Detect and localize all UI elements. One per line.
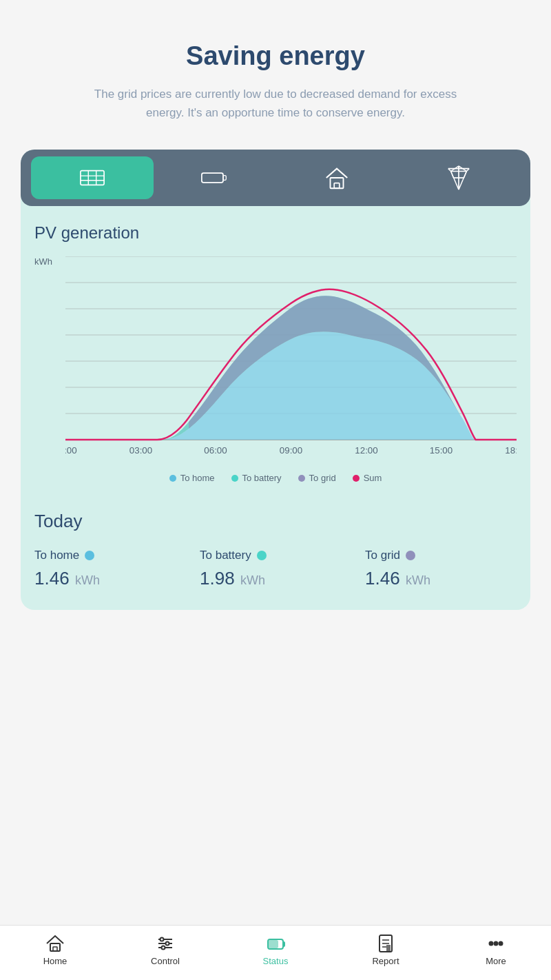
svg-text:00:00: 00:00 (65, 446, 77, 456)
svg-point-61 (490, 942, 493, 946)
nav-control-label: Control (151, 956, 180, 966)
svg-rect-8 (334, 183, 340, 189)
legend-dot-battery (231, 475, 238, 482)
grid-tower-icon (446, 165, 472, 191)
page-title: Saving energy (21, 41, 530, 71)
nav-control[interactable]: Control (110, 934, 220, 966)
nav-status-label: Status (263, 956, 289, 966)
report-nav-icon (376, 934, 395, 953)
svg-rect-55 (269, 941, 278, 948)
tab-home[interactable] (276, 156, 398, 199)
nav-more[interactable]: More (441, 934, 551, 966)
svg-line-14 (451, 172, 454, 178)
legend-dot-home (169, 475, 176, 482)
legend-label-sum: Sum (364, 473, 382, 483)
svg-text:06:00: 06:00 (204, 446, 227, 456)
today-dot-home (85, 551, 94, 560)
legend-sum: Sum (353, 473, 382, 483)
more-nav-icon (486, 934, 506, 953)
chart-legend: To home To battery To grid Sum (34, 473, 517, 483)
svg-point-53 (162, 946, 165, 950)
control-nav-icon (156, 934, 175, 953)
today-label-grid: To grid (365, 549, 517, 562)
main-card: PV generation kWh (21, 150, 530, 610)
status-nav-icon (266, 934, 285, 953)
chart-svg: 0.7 0.6 0.5 0.4 0.3 0.2 0.1 0 (65, 256, 517, 463)
svg-text:09:00: 09:00 (280, 446, 302, 456)
legend-dot-grid (298, 475, 305, 482)
today-title: Today (34, 511, 517, 532)
legend-to-battery: To battery (231, 473, 282, 483)
home-icon (324, 165, 350, 191)
today-item-home: To home 1.46 kWh (34, 549, 186, 589)
solar-icon (79, 165, 105, 191)
chart-title: PV generation (34, 223, 517, 243)
svg-point-63 (499, 942, 503, 946)
svg-point-62 (495, 942, 498, 946)
today-item-grid: To grid 1.46 kWh (365, 549, 517, 589)
chart-container: kWh (34, 256, 517, 483)
svg-text:03:00: 03:00 (129, 446, 152, 456)
today-label-battery: To battery (200, 549, 351, 562)
legend-label-grid: To grid (309, 473, 336, 483)
today-grid: To home 1.46 kWh To battery 1.98 (34, 549, 517, 589)
home-nav-icon (45, 934, 65, 953)
svg-text:18:00: 18:00 (505, 446, 517, 456)
legend-label-battery: To battery (242, 473, 282, 483)
tab-battery[interactable] (154, 156, 276, 199)
svg-point-51 (160, 938, 164, 941)
legend-to-home: To home (169, 473, 215, 483)
tab-solar[interactable] (31, 156, 154, 199)
legend-dot-sum (353, 475, 360, 482)
svg-rect-56 (283, 942, 284, 946)
nav-more-label: More (486, 956, 506, 966)
card-tab-bar (21, 150, 530, 206)
bottom-nav: Home Control Status (0, 925, 551, 980)
legend-label-home: To home (180, 473, 215, 483)
today-value-home: 1.46 kWh (34, 568, 186, 589)
svg-text:15:00: 15:00 (430, 446, 453, 456)
nav-report[interactable]: Report (331, 934, 441, 966)
chart-section: PV generation kWh (21, 206, 530, 490)
legend-to-grid: To grid (298, 473, 336, 483)
battery-icon (201, 165, 227, 191)
svg-text:12:00: 12:00 (355, 446, 377, 456)
chart-y-label: kWh (34, 256, 52, 267)
tab-grid[interactable] (398, 156, 521, 199)
today-section: Today To home 1.46 kWh To battery (21, 490, 530, 589)
nav-home-label: Home (43, 956, 67, 966)
svg-point-52 (166, 942, 169, 946)
svg-line-15 (464, 172, 467, 178)
nav-home[interactable]: Home (0, 934, 110, 966)
today-value-battery: 1.98 kWh (200, 568, 351, 589)
nav-report-label: Report (372, 956, 399, 966)
today-item-battery: To battery 1.98 kWh (200, 549, 351, 589)
page-content: Saving energy The grid prices are curren… (0, 0, 551, 693)
svg-rect-5 (202, 173, 223, 183)
chart-area: 0.7 0.6 0.5 0.4 0.3 0.2 0.1 0 (65, 256, 517, 463)
page-subtitle: The grid prices are currently low due to… (83, 85, 468, 122)
today-label-home: To home (34, 549, 186, 562)
today-value-grid: 1.46 kWh (365, 568, 517, 589)
today-dot-grid (406, 551, 415, 560)
nav-status[interactable]: Status (220, 934, 331, 966)
today-dot-battery (257, 551, 267, 560)
svg-rect-0 (81, 171, 104, 185)
